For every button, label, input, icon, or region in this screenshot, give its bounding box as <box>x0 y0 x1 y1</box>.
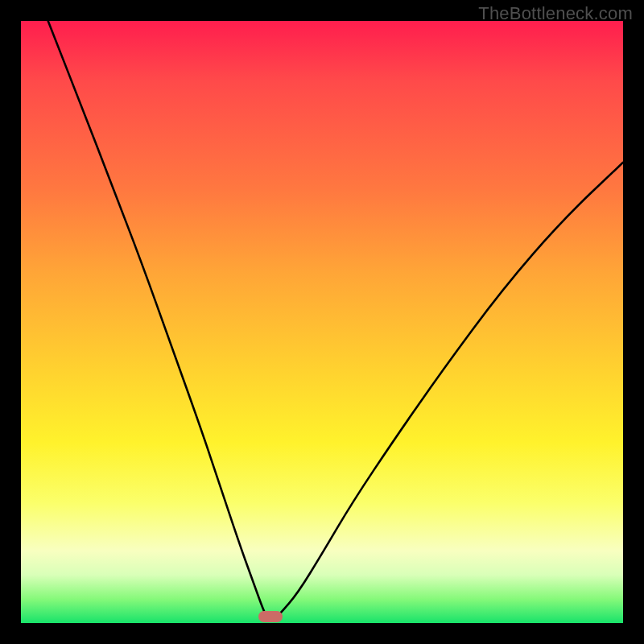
watermark-text: TheBottleneck.com <box>478 3 633 24</box>
chart-frame: TheBottleneck.com <box>0 0 644 644</box>
bottleneck-curve <box>21 21 623 623</box>
optimum-marker <box>258 611 283 622</box>
plot-area <box>21 21 623 623</box>
